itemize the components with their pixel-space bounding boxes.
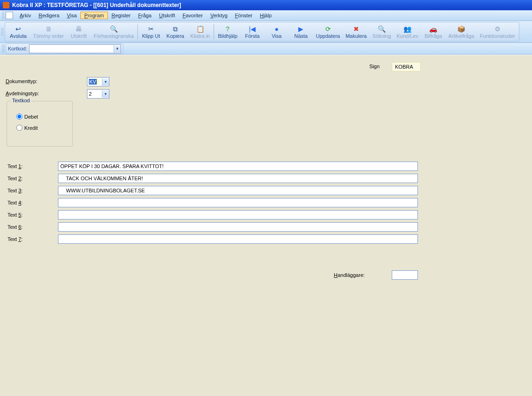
kortkod-bar: Kortkod: ▼ — [0, 43, 532, 55]
menu-hjälp[interactable]: Hjälp — [256, 12, 275, 19]
avdelningstyp-combo[interactable]: 2 ▼ — [87, 89, 109, 99]
klipp-ut-button[interactable]: ✂Klipp Ut — [139, 22, 163, 41]
kortkod-label: Kortkod: — [8, 46, 27, 51]
text5-input[interactable] — [58, 210, 418, 219]
menu-visa[interactable]: Visa — [63, 12, 80, 19]
klistra-in-icon: 📋 — [196, 25, 204, 33]
dokumenttyp-label: Dokumenttyp: — [6, 78, 37, 84]
text2-label: Text 2: — [7, 176, 22, 181]
bilfraga-button: 🚗Bilfråga — [421, 22, 446, 41]
menu-arkiv[interactable]: Arkiv — [16, 12, 35, 19]
chevron-down-icon[interactable]: ▼ — [102, 90, 109, 98]
text6-input[interactable] — [58, 222, 418, 232]
forhandsgranska-button: 🔍Förhandsgranska — [91, 22, 137, 41]
funktionskoder-icon: ⚙ — [493, 25, 502, 33]
tom-ny-order-button: 🗎Töm/ny order — [30, 22, 66, 41]
menu-bar: ArkivRedigeraVisaProgramRegisterFrågaUts… — [0, 10, 532, 21]
artikelfraga-label: Artikelfråga — [448, 33, 474, 39]
handlaggare-label: Handläggare: — [334, 272, 365, 278]
debet-radio-row[interactable]: Debet — [16, 113, 38, 120]
artikelfraga-icon: 📦 — [457, 25, 466, 33]
content-area: Sign KOBRA Dokumenttyp: KV ▼ Avdelningst… — [0, 55, 532, 396]
text4-label: Text 4: — [7, 200, 22, 205]
text7-input[interactable] — [58, 234, 418, 244]
utskrift-label: Utskrift — [71, 33, 86, 39]
utskrift-button: 🖶Utskrift — [66, 22, 91, 41]
sokning-icon: 🔍 — [377, 25, 386, 33]
dokumenttyp-combo[interactable]: KV ▼ — [87, 77, 109, 86]
kredit-radio-row[interactable]: Kredit — [16, 125, 38, 131]
kund-lev-label: Kund/Lev — [396, 33, 418, 39]
klipp-ut-icon: ✂ — [147, 25, 155, 33]
makulera-button[interactable]: ✖Makulera — [343, 22, 369, 41]
klistra-in-label: Klistra in — [190, 33, 210, 39]
menu-verktyg[interactable]: Verktyg — [207, 12, 231, 19]
kredit-label: Kredit — [24, 125, 38, 131]
text7-label: Text 7: — [7, 236, 22, 242]
nasta-icon: ▶ — [297, 25, 305, 33]
sokning-button: 🔍Sökning — [369, 22, 394, 41]
artikelfraga-button: 📦Artikelfråga — [446, 22, 477, 41]
text2-input[interactable] — [58, 174, 418, 183]
forsta-icon: |◀ — [248, 25, 257, 33]
text1-label: Text 1: — [7, 163, 22, 169]
chevron-down-icon[interactable]: ▼ — [102, 78, 109, 85]
kortkod-combo[interactable]: ▼ — [29, 44, 121, 53]
forhandsgranska-label: Förhandsgranska — [93, 33, 134, 39]
text3-label: Text 3: — [7, 188, 22, 193]
toolbar-separator — [214, 24, 214, 39]
chevron-down-icon[interactable]: ▼ — [114, 45, 121, 52]
text1-input[interactable] — [58, 162, 418, 171]
menu-favoriter[interactable]: Favoriter — [179, 12, 206, 19]
visa-icon: ● — [273, 25, 281, 33]
avsluta-icon: ↩ — [14, 25, 22, 33]
menu-fönster[interactable]: Fönster — [231, 12, 256, 19]
window-title: Kobra II XP : TESTFÖRETAG - [[601] Under… — [12, 2, 181, 8]
menu-utskrift[interactable]: Utskrift — [155, 12, 179, 19]
kund-lev-icon: 👥 — [403, 25, 412, 33]
visa-label: Visa — [272, 33, 281, 39]
menu-fråga[interactable]: Fråga — [134, 12, 155, 19]
handlaggare-input[interactable] — [392, 270, 418, 280]
bildhjalp-label: Bildhjälp — [218, 33, 237, 39]
forsta-button[interactable]: |◀Första — [240, 22, 265, 41]
kortkod-input[interactable] — [29, 45, 114, 52]
textkod-legend: Textkod — [11, 98, 31, 103]
funktionskoder-label: Funktionskoder — [480, 33, 515, 39]
kopiera-icon: ⧉ — [171, 25, 180, 33]
menu-redigera[interactable]: Redigera — [35, 12, 63, 19]
bildhjalp-icon: ? — [223, 25, 232, 33]
makulera-label: Makulera — [345, 33, 367, 39]
sign-value: KOBRA — [392, 62, 421, 71]
klipp-ut-label: Klipp Ut — [142, 33, 160, 39]
nasta-label: Nästa — [294, 33, 308, 39]
menu-register[interactable]: Register — [108, 12, 135, 19]
bilfraga-label: Bilfråga — [424, 33, 442, 39]
nasta-button[interactable]: ▶Nästa — [289, 22, 313, 41]
debet-radio[interactable] — [16, 113, 22, 120]
sign-label: Sign — [369, 64, 380, 69]
kredit-radio[interactable] — [16, 125, 22, 131]
funktionskoder-button: ⚙Funktionskoder — [477, 22, 518, 41]
avsluta-button[interactable]: ↩Avsluta — [6, 22, 30, 41]
tom-ny-order-label: Töm/ny order — [33, 33, 64, 39]
toolbar: ↩Avsluta🗎Töm/ny order🖶Utskrift🔍Förhandsg… — [0, 21, 532, 43]
forsta-label: Första — [245, 33, 259, 39]
grip-icon — [1, 28, 4, 35]
app-icon — [3, 2, 9, 8]
title-bar: Kobra II XP : TESTFÖRETAG - [[601] Under… — [0, 0, 532, 10]
kopiera-button[interactable]: ⧉Kopiera — [163, 22, 187, 41]
grip-icon — [2, 12, 5, 19]
grip-icon — [2, 45, 5, 52]
bildhjalp-button[interactable]: ?Bildhjälp — [215, 22, 240, 41]
text3-input[interactable] — [58, 186, 418, 195]
toolbar-separator — [137, 24, 138, 39]
avdelningstyp-label: Avdelningstyp: — [6, 91, 39, 96]
uppdatera-icon: ⟳ — [324, 25, 332, 33]
forhandsgranska-icon: 🔍 — [109, 25, 118, 33]
avsluta-label: Avsluta — [10, 33, 27, 39]
uppdatera-button[interactable]: ⟳Uppdatera — [313, 22, 343, 41]
visa-button[interactable]: ●Visa — [265, 22, 289, 41]
text4-input[interactable] — [58, 198, 418, 207]
menu-program[interactable]: Program — [80, 12, 108, 19]
